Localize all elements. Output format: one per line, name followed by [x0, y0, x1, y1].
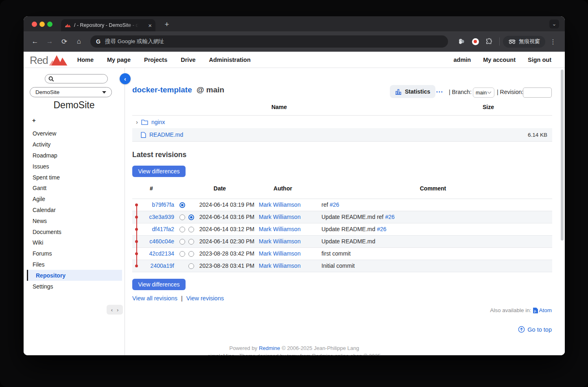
commit-author-link[interactable]: Mark Williamson [259, 262, 301, 269]
more-actions-button[interactable]: ⋯ [436, 87, 443, 96]
sidebar-add-button[interactable]: + [32, 117, 36, 124]
address-bar[interactable]: G 搜尋 Google 或輸入網址 [90, 35, 448, 48]
sidebar-item-documents[interactable]: Documents [24, 226, 125, 237]
redmine-link[interactable]: Redmine [259, 345, 280, 351]
project-select[interactable]: DemoSite [30, 87, 112, 97]
diff-from-radio[interactable] [179, 227, 185, 232]
diff-to-radio[interactable] [188, 239, 194, 245]
go-to-top-label: Go to top [527, 326, 552, 333]
profile-cluster-icon[interactable] [455, 35, 468, 48]
commit-hash-link[interactable]: df417fa2 [142, 226, 174, 232]
branch-select[interactable]: main [473, 87, 494, 98]
issue-link[interactable]: #26 [385, 214, 394, 220]
nav-home[interactable]: Home [77, 57, 94, 63]
zoom-window-button[interactable] [47, 22, 52, 27]
file-readme-link[interactable]: README.md [149, 131, 183, 138]
new-tab-button[interactable]: + [162, 20, 172, 29]
atom-feed-link[interactable]: Atom [533, 307, 552, 313]
view-differences-button-bottom[interactable]: View differences [132, 279, 186, 290]
close-window-button[interactable] [32, 22, 37, 27]
revision-row: df417fa2 2024-06-14 03:12 PM Mark Willia… [132, 223, 552, 236]
view-revisions-link[interactable]: View revisions [186, 295, 224, 302]
sidebar-item-issues[interactable]: Issues [24, 161, 125, 172]
commit-author-link[interactable]: Mark Williamson [259, 250, 301, 257]
nav-admin-user[interactable]: admin [454, 57, 471, 63]
diff-from-radio[interactable] [179, 239, 185, 245]
reload-icon[interactable]: ⟳ [59, 36, 70, 47]
folder-nginx-link[interactable]: nginx [151, 119, 165, 125]
commit-hash-link[interactable]: 42cd2134 [142, 250, 174, 257]
sidebar-item-roadmap[interactable]: Roadmap [24, 150, 125, 161]
site-header: Red Home My page Projects Drive Administ… [24, 52, 565, 68]
commit-author-link[interactable]: Mark Williamson [259, 238, 301, 245]
record-icon[interactable] [469, 35, 481, 48]
pager-next-icon[interactable]: › [117, 307, 118, 313]
commit-author-link[interactable]: Mark Williamson [259, 214, 301, 220]
sidebar-menu: Overview Activity Roadmap Issues Spent t… [24, 128, 125, 292]
redmine-logo[interactable]: Red [30, 54, 68, 66]
revisions-table: b79f67fa 2024-06-14 03:19 PM Mark Willia… [132, 199, 552, 272]
sidebar-item-agile[interactable]: Agile [24, 194, 125, 205]
logo-mountains-icon [49, 54, 68, 66]
diff-to-radio[interactable] [188, 251, 194, 257]
traffic-lights [32, 22, 52, 27]
nav-projects[interactable]: Projects [144, 57, 167, 63]
extensions-puzzle-icon[interactable] [483, 35, 495, 48]
sidebar-item-files[interactable]: Files [24, 259, 125, 270]
commit-date: 2023-08-28 03:41 PM [197, 262, 256, 269]
browser-tab[interactable]: / - Repository - DemoSite - d × [61, 19, 155, 31]
diff-from-radio[interactable] [179, 214, 185, 220]
sidebar-item-overview[interactable]: Overview [24, 128, 125, 139]
go-to-top-link[interactable]: Go to top [518, 326, 552, 333]
sidebar-item-wiki[interactable]: Wiki [24, 237, 125, 248]
nav-drive[interactable]: Drive [181, 57, 195, 63]
pager-prev-icon[interactable]: ‹ [111, 307, 113, 313]
diff-from-radio[interactable] [179, 202, 185, 208]
sidebar-item-repository[interactable]: Repository [27, 270, 122, 281]
commit-hash-link[interactable]: c3e3a939 [142, 214, 174, 220]
commit-date: 2023-08-28 03:42 PM [197, 250, 256, 257]
browser-menu-icon[interactable]: ⋮ [547, 35, 559, 48]
search-input[interactable] [45, 74, 108, 83]
statistics-button[interactable]: Statistics [390, 85, 435, 98]
expand-chevron-icon[interactable]: › [136, 118, 138, 125]
sidebar-item-spent-time[interactable]: Spent time [24, 172, 125, 183]
back-icon[interactable]: ← [29, 36, 41, 47]
revision-input[interactable] [523, 87, 552, 98]
tab-search-caret-icon[interactable]: ⌄ [549, 20, 559, 28]
commit-hash-link[interactable]: b79f67fa [142, 201, 174, 208]
powered-by-text: Powered by [230, 345, 258, 351]
diff-to-radio[interactable] [188, 214, 194, 220]
diff-to-radio[interactable] [188, 227, 194, 232]
sidebar-item-activity[interactable]: Activity [24, 139, 125, 150]
commit-author-link[interactable]: Mark Williamson [259, 201, 301, 208]
issue-link[interactable]: #26 [377, 226, 386, 232]
view-differences-button-top[interactable]: View differences [132, 166, 186, 177]
repository-title: docker-template @ main [132, 85, 224, 94]
commit-graph-dot [135, 228, 138, 231]
diff-from-radio[interactable] [179, 251, 185, 257]
sidebar-item-gantt[interactable]: Gantt [24, 183, 125, 194]
sidebar-item-news[interactable]: News [24, 215, 125, 226]
sidebar-collapse-button[interactable]: ‹ [120, 73, 131, 84]
commit-hash-link[interactable]: 2400a19f [142, 262, 174, 269]
nav-my-account[interactable]: My account [483, 57, 516, 63]
minimize-window-button[interactable] [39, 22, 45, 27]
sidebar-item-forums[interactable]: Forums [24, 248, 125, 259]
diff-to-radio[interactable] [188, 263, 194, 269]
issue-link[interactable]: #26 [330, 201, 339, 208]
home-icon[interactable]: ⌂ [73, 36, 85, 47]
tab-close-icon[interactable]: × [148, 22, 152, 28]
page-scrollbar[interactable] [561, 70, 564, 241]
forward-icon[interactable]: → [44, 36, 55, 47]
sidebar-item-settings[interactable]: Settings [24, 281, 125, 292]
commit-hash-link[interactable]: c460c04e [142, 238, 174, 245]
nav-administration[interactable]: Administration [209, 57, 251, 63]
incognito-glasses-icon [508, 39, 516, 44]
sidebar-item-calendar[interactable]: Calendar [24, 205, 125, 216]
view-all-revisions-link[interactable]: View all revisions [132, 295, 177, 302]
nav-my-page[interactable]: My page [107, 57, 131, 63]
repository-name-link[interactable]: docker-template [132, 85, 192, 94]
commit-author-link[interactable]: Mark Williamson [259, 226, 301, 232]
nav-sign-out[interactable]: Sign out [528, 57, 551, 63]
